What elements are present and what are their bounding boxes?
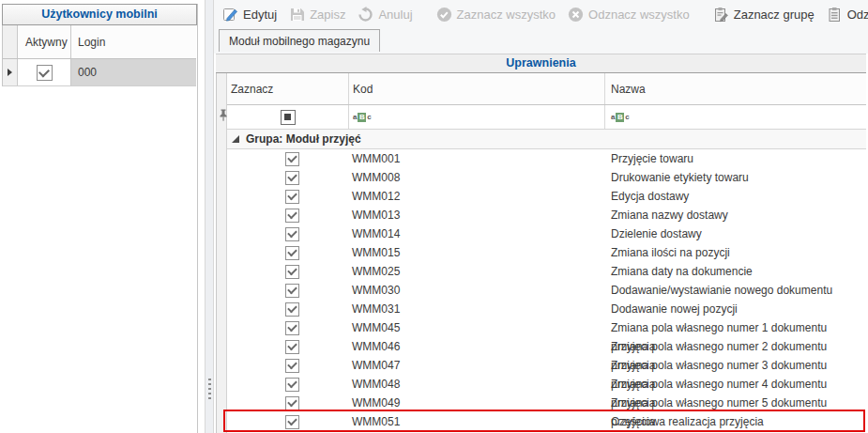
permission-row[interactable]: WMM030Dodawanie/wystawianie nowego dokum…	[227, 281, 866, 300]
permission-name: Zmiana ilości na pozycji	[611, 243, 730, 262]
group-label: Grupa: Moduł przyjęć	[246, 132, 361, 146]
permission-code: WMM012	[352, 187, 400, 206]
edit-icon	[222, 7, 238, 23]
edit-button[interactable]: Edytuj	[222, 7, 277, 23]
permission-code: WMM015	[352, 243, 400, 262]
permission-code: WMM014	[352, 224, 400, 243]
column-header-kod[interactable]: Kod	[349, 73, 605, 104]
clipboard-icon	[827, 7, 843, 23]
column-header-nazwa[interactable]: Nazwa	[605, 73, 866, 104]
check-icon	[287, 285, 297, 295]
x-circle-icon	[568, 7, 584, 23]
permission-checkbox[interactable]	[285, 227, 299, 241]
permission-name: Przyjęcie towaru	[611, 149, 693, 168]
permission-name: Dzielenie dostawy	[611, 224, 702, 243]
permission-checkbox[interactable]	[285, 265, 299, 279]
app-window: Użytkownicy mobilni Aktywny Login 000 Ed…	[0, 0, 868, 433]
check-icon	[287, 228, 297, 239]
user-login-cell[interactable]: 000	[71, 59, 196, 85]
permission-checkbox[interactable]	[285, 171, 299, 185]
permission-checkbox[interactable]	[285, 284, 299, 298]
permission-row[interactable]: WMM025Zmiana daty na dokumencie	[227, 262, 866, 281]
filter-checkbox-indeterminate[interactable]	[281, 110, 296, 125]
permission-code: WMM025	[352, 262, 400, 281]
permission-checkbox[interactable]	[285, 415, 299, 429]
permission-name: Dodawanie/wystawianie nowego dokumentu	[611, 281, 832, 300]
group-expanded-icon[interactable]	[232, 135, 239, 143]
auto-filter-row: aBc aBc	[227, 105, 866, 130]
current-row-arrow-icon	[8, 69, 12, 76]
permission-name: Drukowanie etykiety towaru	[611, 168, 749, 187]
user-row[interactable]: 000	[2, 59, 196, 86]
user-active-cell[interactable]	[18, 59, 71, 85]
permission-code: WMM048	[352, 375, 400, 394]
toolbar-button-label: Zapisz	[310, 8, 345, 22]
permission-name: Częściowa realizacja przyjęcia	[611, 412, 764, 431]
permission-checkbox[interactable]	[285, 302, 299, 317]
check-icon	[287, 191, 297, 201]
deselect-group-button[interactable]: Odznacz grupę	[827, 7, 868, 23]
check-icon	[287, 247, 297, 257]
grid-column-header-row: Zaznacz Kod Nazwa	[227, 73, 866, 105]
permission-row[interactable]: WMM014Dzielenie dostawy	[227, 224, 866, 243]
permission-code: WMM030	[352, 281, 400, 300]
filter-cell-nazwa[interactable]: aBc	[605, 105, 866, 129]
permissions-title: Uprawnienia	[216, 54, 866, 73]
check-icon	[287, 303, 297, 314]
permission-row[interactable]: WMM049Zmiana pola własnego numer 5 dokum…	[227, 394, 866, 412]
panel-splitter[interactable]	[205, 0, 214, 433]
check-circle-icon	[436, 7, 452, 23]
check-icon	[287, 397, 297, 408]
permission-checkbox[interactable]	[285, 396, 299, 410]
select-group-button[interactable]: Zaznacz grupę	[713, 7, 815, 23]
permission-code: WMM051	[352, 412, 400, 431]
cancel-button[interactable]: Anuluj	[358, 7, 412, 23]
permission-checkbox[interactable]	[285, 359, 299, 373]
filter-cell-zaznacz[interactable]	[227, 105, 349, 129]
permission-row[interactable]: WMM008Drukowanie etykiety towaru	[227, 168, 866, 187]
save-button[interactable]: Zapisz	[289, 7, 345, 23]
permission-row[interactable]: WMM015Zmiana ilości na pozycji	[227, 243, 866, 262]
tab-modul-mobilnego-magazynu[interactable]: Moduł mobilnego magazynu	[219, 29, 380, 52]
permission-code: WMM008	[352, 168, 400, 187]
users-column-header-row: Aktywny Login	[2, 25, 196, 59]
toolbar-button-label: Odznacz wszystko	[588, 8, 690, 22]
permission-checkbox[interactable]	[285, 321, 299, 335]
users-indicator-header-cell	[3, 25, 18, 58]
permission-checkbox[interactable]	[285, 209, 299, 223]
users-column-aktywny[interactable]: Aktywny	[18, 25, 71, 58]
permission-row[interactable]: WMM012Edycja dostawy	[227, 187, 866, 206]
permission-row[interactable]: WMM013Zmiana nazwy dostawy	[227, 206, 866, 224]
permission-code: WMM045	[352, 318, 400, 337]
group-row-modul-przyjec[interactable]: Grupa: Moduł przyjęć	[227, 130, 866, 149]
toolbar-button-label: Zaznacz grupę	[734, 8, 815, 22]
splitter-grip-icon[interactable]	[208, 379, 211, 399]
pushpin-filter-icon[interactable]	[219, 108, 228, 125]
deselect-all-button[interactable]: Odznacz wszystko	[568, 7, 690, 23]
permission-checkbox[interactable]	[285, 190, 299, 204]
filter-cell-kod[interactable]: aBc	[349, 105, 605, 129]
check-icon	[287, 379, 297, 389]
permission-checkbox[interactable]	[285, 378, 299, 392]
permission-row[interactable]: WMM047Zmiana pola własnego numer 3 dokum…	[227, 356, 866, 375]
users-column-login[interactable]: Login	[71, 25, 196, 58]
permission-row[interactable]: WMM031Dodawanie nowej pozycji	[227, 300, 866, 318]
permission-checkbox[interactable]	[285, 340, 299, 354]
user-active-checkbox[interactable]	[37, 65, 53, 81]
toolbar-button-label: Anuluj	[378, 8, 412, 22]
check-icon	[287, 266, 297, 276]
permission-row[interactable]: WMM051Częściowa realizacja przyjęcia	[227, 412, 866, 431]
check-icon	[287, 416, 297, 426]
permission-row[interactable]: WMM001Przyjęcie towaru	[227, 149, 866, 168]
check-icon	[287, 360, 297, 370]
check-icon	[38, 66, 49, 77]
permission-checkbox[interactable]	[285, 246, 299, 260]
permission-row[interactable]: WMM048Zmiana pola własnego numer 4 dokum…	[227, 375, 866, 394]
permission-checkbox[interactable]	[285, 152, 299, 166]
permission-row[interactable]: WMM045Zmiana pola własnego numer 1 dokum…	[227, 318, 866, 337]
select-all-button[interactable]: Zaznacz wszystko	[436, 7, 556, 23]
toolbar-button-label: Edytuj	[243, 8, 277, 22]
permission-row[interactable]: WMM046Zmiana pola własnego numer 2 dokum…	[227, 337, 866, 356]
indeterminate-mark-icon	[284, 114, 291, 120]
column-header-zaznacz[interactable]: Zaznacz	[227, 73, 349, 104]
